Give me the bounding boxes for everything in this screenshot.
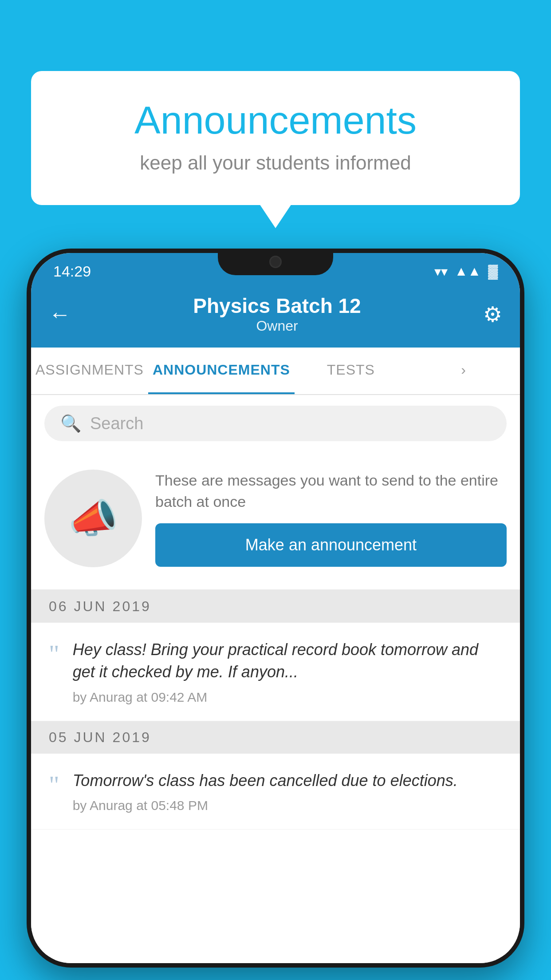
battery-icon: ▓ (488, 264, 498, 279)
promo-description: These are messages you want to send to t… (155, 470, 507, 512)
status-icons: ▾▾ ▲▲ ▓ (434, 264, 498, 279)
announcement-content-1: Hey class! Bring your practical record b… (73, 639, 502, 705)
tab-assignments[interactable]: ASSIGNMENTS (31, 348, 148, 394)
announcement-item-1[interactable]: " Hey class! Bring your practical record… (31, 623, 520, 721)
bubble-subtitle: keep all your students informed (67, 152, 484, 174)
speech-bubble-container: Announcements keep all your students inf… (31, 71, 520, 205)
date-separator-1: 06 JUN 2019 (31, 590, 520, 623)
announcement-meta-2: by Anurag at 05:48 PM (73, 798, 502, 813)
phone-screen: 14:29 ▾▾ ▲▲ ▓ ← Physics Batch 12 Owner ⚙… (31, 253, 520, 963)
tab-tests[interactable]: TESTS (295, 348, 407, 394)
bubble-title: Announcements (67, 98, 484, 143)
quote-icon-2: " (49, 772, 59, 798)
speech-bubble: Announcements keep all your students inf… (31, 71, 520, 205)
wifi-icon: ▾▾ (434, 264, 448, 279)
phone-frame: 14:29 ▾▾ ▲▲ ▓ ← Physics Batch 12 Owner ⚙… (27, 249, 524, 968)
search-placeholder: Search (90, 414, 143, 433)
search-bar[interactable]: 🔍 Search (44, 406, 507, 441)
status-time: 14:29 (53, 263, 91, 280)
quote-icon-1: " (49, 641, 59, 667)
header-title-container: Physics Batch 12 Owner (71, 294, 483, 334)
tab-more[interactable]: › (407, 348, 520, 394)
announcement-text-1: Hey class! Bring your practical record b… (73, 639, 502, 684)
announcement-item-2[interactable]: " Tomorrow's class has been cancelled du… (31, 754, 520, 830)
page-subtitle: Owner (71, 318, 483, 334)
search-icon: 🔍 (60, 414, 81, 433)
search-container: 🔍 Search (31, 395, 520, 452)
promo-content: These are messages you want to send to t… (155, 470, 507, 566)
announcement-text-2: Tomorrow's class has been cancelled due … (73, 770, 502, 792)
promo-section: 📣 These are messages you want to send to… (31, 452, 520, 590)
promo-icon-circle: 📣 (44, 470, 142, 567)
megaphone-icon: 📣 (68, 495, 118, 542)
announcement-content-2: Tomorrow's class has been cancelled due … (73, 770, 502, 813)
settings-gear-icon[interactable]: ⚙ (483, 302, 502, 327)
tab-announcements[interactable]: ANNOUNCEMENTS (148, 348, 295, 394)
content-area: 🔍 Search 📣 These are messages you want t… (31, 395, 520, 963)
phone-container: 14:29 ▾▾ ▲▲ ▓ ← Physics Batch 12 Owner ⚙… (27, 249, 524, 980)
phone-camera (269, 256, 282, 268)
page-title: Physics Batch 12 (71, 294, 483, 318)
make-announcement-button[interactable]: Make an announcement (155, 523, 507, 567)
phone-notch (218, 249, 333, 275)
back-button[interactable]: ← (49, 301, 71, 327)
announcement-meta-1: by Anurag at 09:42 AM (73, 690, 502, 705)
app-header: ← Physics Batch 12 Owner ⚙ (31, 285, 520, 348)
signal-icon: ▲▲ (455, 264, 481, 279)
date-separator-2: 05 JUN 2019 (31, 721, 520, 754)
tabs-container: ASSIGNMENTS ANNOUNCEMENTS TESTS › (31, 348, 520, 395)
